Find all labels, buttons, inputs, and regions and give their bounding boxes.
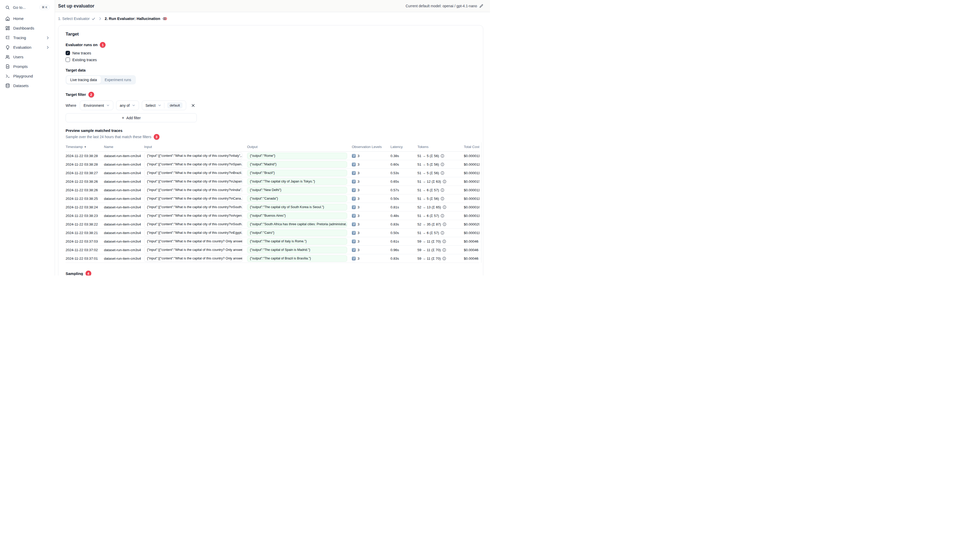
edit-pencil-icon[interactable]	[479, 4, 483, 8]
add-filter-button[interactable]: + Add filter	[65, 113, 197, 122]
input-json-chip[interactable]: {"input":[{"content":"What is the capita…	[144, 255, 242, 262]
output-json-chip[interactable]: {"output":"The capital city of Japan is …	[247, 178, 347, 185]
table-row[interactable]: 2024-11-22 03:38:23 dataset-run-item-cm3…	[65, 211, 479, 220]
sidebar-item-datasets[interactable]: Datasets	[3, 81, 52, 91]
info-circle-icon[interactable]	[441, 171, 444, 175]
info-circle-icon[interactable]	[441, 162, 444, 167]
cost-value: $0.00046	[464, 257, 478, 260]
chevron-down-icon	[106, 104, 110, 107]
info-circle-icon[interactable]	[442, 222, 447, 226]
input-json-chip[interactable]: {"input":[{"content":"What is the capita…	[144, 221, 242, 227]
cell-input: {"input":[{"content":"What is the capita…	[144, 255, 247, 262]
checkbox-row[interactable]: Existing traces	[65, 57, 476, 62]
table-row[interactable]: 2024-11-22 03:38:25 dataset-run-item-cm3…	[65, 194, 479, 203]
cell-input: {"input":[{"content":"What is the capita…	[144, 204, 247, 210]
output-json-chip[interactable]: {"output":"Canada"}	[247, 195, 347, 202]
input-json-chip[interactable]: {"input":[{"content":"What is the capita…	[144, 213, 242, 219]
sidebar-item-dashboards[interactable]: Dashboards	[3, 23, 52, 33]
input-json-chip[interactable]: {"input":[{"content":"What is the capita…	[144, 230, 242, 236]
checkbox-label: New traces	[72, 51, 91, 55]
info-circle-icon[interactable]	[442, 257, 446, 260]
table-row[interactable]: 2024-11-22 03:38:26 dataset-run-item-cm3…	[65, 177, 479, 186]
input-json-chip[interactable]: {"input":[{"content":"What is the capita…	[144, 152, 242, 159]
output-json-chip[interactable]: {"output":"Brazil"}	[247, 170, 347, 176]
table-row[interactable]: 2024-11-22 03:38:24 dataset-run-item-cm3…	[65, 203, 479, 211]
checkbox[interactable]	[65, 57, 70, 62]
cell-latency: 0.50s	[390, 197, 417, 201]
sidebar-item-label: Home	[13, 16, 24, 21]
output-json-chip[interactable]: {"output":"New Delhi"}	[247, 187, 347, 193]
info-circle-icon[interactable]	[441, 154, 444, 158]
segment-button[interactable]: Experiment runs	[101, 76, 135, 84]
output-json-chip[interactable]: {"output":"The capital of Spain is Madri…	[247, 247, 347, 253]
sidebar-item-users[interactable]: Users	[3, 52, 52, 62]
input-json-chip[interactable]: {"input":[{"content":"What is the capita…	[144, 170, 242, 176]
sidebar-item-evaluation[interactable]: Evaluation	[3, 43, 52, 52]
info-circle-icon[interactable]	[441, 214, 444, 218]
info-circle-icon[interactable]	[442, 240, 446, 243]
step-2-label: 2. Run Evaluator: Hallucination	[105, 17, 160, 21]
input-json-chip[interactable]: {"input":[{"content":"What is the capita…	[144, 238, 242, 245]
filter-value-select[interactable]: Select default	[142, 100, 186, 110]
table-row[interactable]: 2024-11-22 03:37:03 dataset-run-item-cm3…	[65, 237, 479, 246]
input-json-chip[interactable]: {"input":[{"content":"What is the capita…	[144, 247, 242, 253]
sidebar-item-playground[interactable]: Playground	[3, 71, 52, 81]
column-header-total-cost[interactable]: Total Cost	[464, 145, 479, 149]
table-row[interactable]: 2024-11-22 03:38:27 dataset-run-item-cm3…	[65, 169, 479, 177]
input-json-chip[interactable]: {"input":[{"content":"What is the capita…	[144, 187, 242, 193]
filter-field-select[interactable]: Environment	[80, 100, 113, 110]
observation-count: 3	[358, 231, 360, 235]
table-row[interactable]: 2024-11-22 03:38:21 dataset-run-item-cm3…	[65, 229, 479, 237]
output-json-chip[interactable]: {"output":"South Africa has three capita…	[247, 221, 347, 227]
info-circle-icon[interactable]	[442, 248, 446, 252]
segment-button[interactable]: Live tracing data	[66, 76, 101, 84]
cell-observation-levels: i 3	[352, 171, 390, 175]
target-data-label: Target data	[65, 68, 476, 72]
column-header-timestamp[interactable]: Timestamp▼	[65, 145, 104, 149]
info-circle-icon[interactable]	[441, 197, 444, 201]
input-json-chip[interactable]: {"input":[{"content":"What is the capita…	[144, 161, 242, 168]
output-json-chip[interactable]: {"output":"Buenos Aires"}	[247, 213, 347, 219]
column-header-input[interactable]: Input	[144, 145, 247, 149]
table-row[interactable]: 2024-11-22 03:37:02 dataset-run-item-cm3…	[65, 246, 479, 254]
breadcrumb-step-1[interactable]: 1. Select Evaluator	[58, 17, 95, 21]
filter-operator-select[interactable]: any of	[116, 100, 139, 110]
table-row[interactable]: 2024-11-22 03:38:22 dataset-run-item-cm3…	[65, 220, 479, 229]
sidebar-item-prompts[interactable]: Prompts	[3, 62, 52, 71]
info-circle-icon[interactable]	[442, 205, 447, 209]
column-header-observation-levels[interactable]: Observation Levels	[352, 145, 390, 149]
input-json-chip[interactable]: {"input":[{"content":"What is the capita…	[144, 195, 242, 202]
output-json-chip[interactable]: {"output":"Rome"}	[247, 152, 347, 159]
table-scrollbar[interactable]	[481, 142, 483, 263]
column-header-latency[interactable]: Latency	[390, 145, 417, 149]
token-usage: 52 → 13 (Σ 65)	[417, 205, 441, 209]
info-circle-icon[interactable]	[442, 179, 447, 184]
remove-filter-button[interactable]	[190, 102, 196, 109]
default-model-label: Current default model: openai / gpt-4.1-…	[406, 4, 477, 8]
cell-latency: 0.48s	[390, 214, 417, 218]
info-circle-icon[interactable]	[441, 188, 444, 192]
column-header-output[interactable]: Output	[247, 145, 352, 149]
goto-search[interactable]: Go to... ⌘ K	[3, 3, 52, 12]
target-data-toggle: Live tracing data Experiment runs	[65, 75, 136, 84]
sidebar-item-home[interactable]: Home	[3, 14, 52, 23]
cell-total-cost: $0.000011	[464, 197, 479, 201]
table-row[interactable]: 2024-11-22 03:38:26 dataset-run-item-cm3…	[65, 186, 479, 194]
column-header-name[interactable]: Name	[104, 145, 144, 149]
table-row[interactable]: 2024-11-22 03:37:01 dataset-run-item-cm3…	[65, 254, 479, 263]
output-json-chip[interactable]: {"output":"The capital of Italy is Rome.…	[247, 238, 347, 245]
table-row[interactable]: 2024-11-22 03:38:28 dataset-run-item-cm3…	[65, 152, 479, 160]
input-json-chip[interactable]: {"input":[{"content":"What is the capita…	[144, 178, 242, 185]
output-json-chip[interactable]: {"output":"Madrid"}	[247, 161, 347, 168]
info-circle-icon[interactable]	[441, 231, 444, 235]
output-json-chip[interactable]: {"output":"The capital of Brazil is Bras…	[247, 255, 347, 262]
output-json-chip[interactable]: {"output":"Cairo"}	[247, 230, 347, 236]
sidebar-item-tracing[interactable]: Tracing	[3, 33, 52, 43]
column-header-tokens[interactable]: Tokens	[417, 145, 464, 149]
input-json-chip[interactable]: {"input":[{"content":"What is the capita…	[144, 204, 242, 210]
cell-input: {"input":[{"content":"What is the capita…	[144, 178, 247, 185]
output-json-chip[interactable]: {"output":"The capital city of South Kor…	[247, 204, 347, 210]
table-row[interactable]: 2024-11-22 03:38:28 dataset-run-item-cm3…	[65, 160, 479, 169]
checkbox[interactable]	[65, 51, 70, 55]
checkbox-row[interactable]: New traces	[65, 51, 476, 55]
